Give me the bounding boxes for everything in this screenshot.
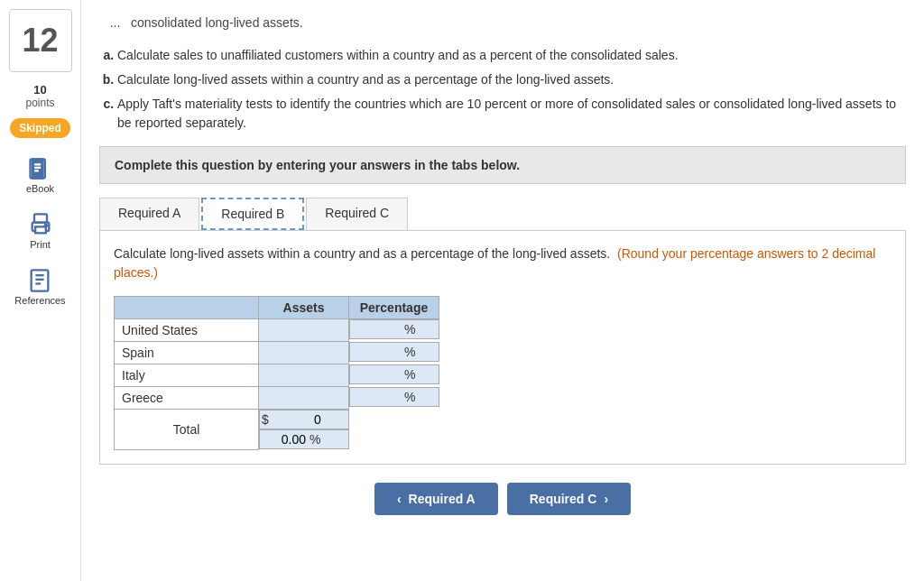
svg-rect-5 bbox=[34, 214, 47, 222]
points-value: 10 bbox=[33, 83, 46, 97]
pct-cell-us: % bbox=[349, 319, 439, 339]
ebook-icon bbox=[27, 156, 52, 181]
sidebar-item-references[interactable]: References bbox=[14, 268, 65, 306]
total-pct-cell: % bbox=[259, 429, 349, 449]
total-label: Total bbox=[115, 410, 259, 450]
tab-required-c[interactable]: Required C bbox=[306, 198, 408, 230]
main-content: ... consolidated long-lived assets. Calc… bbox=[81, 0, 924, 581]
assets-table: Assets Percentage United States % bbox=[114, 296, 439, 450]
assets-input-greece[interactable] bbox=[259, 389, 322, 407]
tab-required-b[interactable]: Required B bbox=[201, 198, 304, 230]
question-number-value: 12 bbox=[22, 22, 58, 60]
table-row: Italy % bbox=[115, 364, 439, 387]
assets-cell-greece bbox=[259, 387, 349, 410]
total-assets-input[interactable] bbox=[271, 410, 325, 429]
tabs-container: Required A Required B Required C bbox=[99, 198, 906, 231]
points-label: points bbox=[25, 97, 54, 109]
pct-input-spain[interactable] bbox=[350, 343, 404, 361]
print-label: Print bbox=[30, 239, 51, 250]
country-us: United States bbox=[115, 319, 259, 342]
ebook-label: eBook bbox=[26, 183, 54, 194]
question-header: ... consolidated long-lived assets. bbox=[99, 14, 906, 32]
question-number: 12 bbox=[9, 9, 72, 72]
next-label: Required C bbox=[530, 492, 597, 506]
pct-sign-greece: % bbox=[404, 390, 415, 404]
total-pct-input[interactable] bbox=[260, 430, 310, 448]
table-row: Greece % bbox=[115, 387, 439, 410]
tab-required-a[interactable]: Required A bbox=[99, 198, 199, 230]
dollar-sign: $ bbox=[260, 412, 271, 427]
pct-sign-spain: % bbox=[404, 345, 415, 359]
pct-input-us[interactable] bbox=[350, 320, 404, 338]
svg-point-8 bbox=[44, 225, 46, 226]
sub-questions: Calculate sales to unaffiliated customer… bbox=[99, 46, 906, 133]
pct-cell-greece: % bbox=[349, 387, 439, 407]
tab-instruction: Calculate long-lived assets within a cou… bbox=[114, 244, 892, 282]
table-row: Spain % bbox=[115, 342, 439, 364]
pct-input-italy[interactable] bbox=[350, 365, 404, 383]
next-button[interactable]: Required C › bbox=[507, 483, 631, 515]
print-icon bbox=[28, 212, 53, 237]
country-italy: Italy bbox=[115, 364, 259, 387]
prev-arrow: ‹ bbox=[397, 492, 402, 506]
prev-label: Required A bbox=[409, 492, 476, 506]
next-arrow: › bbox=[604, 492, 608, 506]
total-pct-sign: % bbox=[310, 432, 320, 447]
table-row: United States % bbox=[115, 319, 439, 342]
tab-content-required-b: Calculate long-lived assets within a cou… bbox=[99, 231, 906, 465]
sub-question-c: Apply Taft's materiality tests to identi… bbox=[117, 95, 906, 133]
references-label: References bbox=[14, 295, 65, 306]
assets-cell-spain bbox=[259, 342, 349, 364]
references-icon bbox=[27, 268, 52, 293]
nav-buttons: ‹ Required A Required C › bbox=[99, 483, 906, 515]
question-text: ... consolidated long-lived assets. bbox=[99, 14, 303, 32]
col-header-assets: Assets bbox=[259, 297, 349, 319]
pct-sign-italy: % bbox=[404, 367, 415, 382]
col-header-percentage: Percentage bbox=[349, 297, 439, 319]
pct-input-greece[interactable] bbox=[350, 388, 404, 406]
assets-input-us[interactable] bbox=[259, 321, 322, 339]
total-row: Total $ % bbox=[115, 410, 439, 450]
pct-sign-us: % bbox=[404, 322, 415, 337]
sidebar: 12 10 points Skipped eBook Print bbox=[0, 0, 81, 581]
sub-question-b: Calculate long-lived assets within a cou… bbox=[117, 70, 906, 89]
svg-rect-7 bbox=[35, 226, 46, 233]
prev-button[interactable]: ‹ Required A bbox=[374, 483, 498, 515]
col-header-country bbox=[115, 297, 259, 319]
assets-input-spain[interactable] bbox=[259, 344, 322, 362]
status-badge: Skipped bbox=[10, 118, 70, 138]
assets-cell-italy bbox=[259, 364, 349, 387]
total-assets-cell: $ bbox=[259, 410, 349, 429]
instruction-box: Complete this question by entering your … bbox=[99, 146, 906, 184]
pct-cell-spain: % bbox=[349, 342, 439, 362]
country-spain: Spain bbox=[115, 342, 259, 364]
assets-input-italy[interactable] bbox=[259, 366, 322, 384]
country-greece: Greece bbox=[115, 387, 259, 410]
pct-cell-italy: % bbox=[349, 364, 439, 384]
sub-question-a: Calculate sales to unaffiliated customer… bbox=[117, 46, 906, 65]
sidebar-item-ebook[interactable]: eBook bbox=[26, 156, 54, 194]
sidebar-item-print[interactable]: Print bbox=[28, 212, 53, 250]
assets-cell-us bbox=[259, 319, 349, 342]
